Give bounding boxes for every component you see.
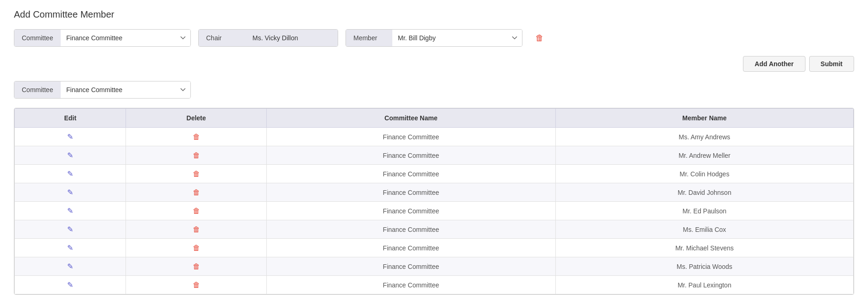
trash-icon[interactable]: 🗑 — [193, 170, 200, 178]
edit-icon[interactable]: ✎ — [67, 151, 73, 159]
table-row: ✎🗑Finance CommitteeMr. Andrew Meller — [15, 146, 854, 165]
filter-committee-select[interactable]: Finance Committee — [61, 81, 190, 98]
member-name-cell: Ms. Patricia Woods — [555, 257, 853, 276]
filter-row: Committee Finance Committee — [14, 81, 854, 99]
edit-cell: ✎ — [15, 220, 126, 239]
table-body: ✎🗑Finance CommitteeMs. Amy Andrews✎🗑Fina… — [15, 128, 854, 294]
trash-icon[interactable]: 🗑 — [193, 225, 200, 233]
table-row: ✎🗑Finance CommitteeMr. David Johnson — [15, 183, 854, 202]
chair-label: Chair — [199, 30, 245, 46]
edit-icon[interactable]: ✎ — [67, 188, 73, 196]
delete-cell: 🗑 — [126, 220, 266, 239]
table-row: ✎🗑Finance CommitteeMr. Michael Stevens — [15, 239, 854, 257]
delete-row-button[interactable]: 🗑 — [532, 29, 547, 47]
committee-select-wrap: Finance Committee — [61, 30, 190, 46]
col-member-name: Member Name — [555, 109, 853, 128]
members-table-container: Edit Delete Committee Name Member Name ✎… — [14, 108, 854, 295]
delete-cell: 🗑 — [126, 128, 266, 146]
edit-icon[interactable]: ✎ — [67, 133, 73, 141]
committee-name-cell: Finance Committee — [266, 220, 555, 239]
delete-cell: 🗑 — [126, 202, 266, 220]
committee-name-cell: Finance Committee — [266, 146, 555, 165]
add-another-button[interactable]: Add Another — [743, 56, 805, 72]
committee-name-cell: Finance Committee — [266, 165, 555, 183]
member-name-cell: Mr. Andrew Meller — [555, 146, 853, 165]
committee-name-cell: Finance Committee — [266, 239, 555, 257]
edit-cell: ✎ — [15, 239, 126, 257]
delete-cell: 🗑 — [126, 146, 266, 165]
edit-icon[interactable]: ✎ — [67, 225, 73, 233]
edit-cell: ✎ — [15, 257, 126, 276]
table-row: ✎🗑Finance CommitteeMr. Colin Hodges — [15, 165, 854, 183]
member-name-cell: Ms. Emilia Cox — [555, 220, 853, 239]
filter-committee-select-wrap: Finance Committee — [61, 81, 190, 98]
table-header: Edit Delete Committee Name Member Name — [15, 109, 854, 128]
member-select[interactable]: Mr. Bill Digby — [392, 30, 522, 46]
filter-committee-group: Committee Finance Committee — [14, 81, 191, 99]
committee-field-group: Committee Finance Committee — [14, 29, 191, 47]
filter-committee-label: Committee — [14, 81, 61, 98]
edit-cell: ✎ — [15, 183, 126, 202]
page-title: Add Committee Member — [14, 9, 854, 20]
member-name-cell: Mr. Paul Lexington — [555, 276, 853, 294]
delete-cell: 🗑 — [126, 165, 266, 183]
chair-value: Ms. Vicky Dillon — [245, 30, 338, 46]
trash-icon[interactable]: 🗑 — [193, 262, 200, 270]
trash-icon[interactable]: 🗑 — [193, 244, 200, 252]
delete-cell: 🗑 — [126, 183, 266, 202]
delete-cell: 🗑 — [126, 239, 266, 257]
member-select-wrap: Mr. Bill Digby — [392, 30, 522, 46]
committee-select[interactable]: Finance Committee — [61, 30, 190, 46]
edit-icon[interactable]: ✎ — [67, 170, 73, 178]
member-name-cell: Mr. Ed Paulson — [555, 202, 853, 220]
member-name-cell: Mr. Michael Stevens — [555, 239, 853, 257]
member-field-group: Member Mr. Bill Digby — [346, 29, 522, 47]
submit-button[interactable]: Submit — [809, 56, 854, 72]
col-edit: Edit — [15, 109, 126, 128]
col-delete: Delete — [126, 109, 266, 128]
committee-name-cell: Finance Committee — [266, 257, 555, 276]
action-buttons-row: Add Another Submit — [14, 56, 854, 72]
table-row: ✎🗑Finance CommitteeMr. Ed Paulson — [15, 202, 854, 220]
edit-cell: ✎ — [15, 128, 126, 146]
table-header-row: Edit Delete Committee Name Member Name — [15, 109, 854, 128]
edit-icon[interactable]: ✎ — [67, 281, 73, 289]
edit-icon[interactable]: ✎ — [67, 244, 73, 252]
member-name-cell: Mr. David Johnson — [555, 183, 853, 202]
trash-icon[interactable]: 🗑 — [193, 151, 200, 159]
committee-label: Committee — [14, 30, 61, 46]
edit-icon[interactable]: ✎ — [67, 207, 73, 215]
delete-cell: 🗑 — [126, 276, 266, 294]
edit-icon[interactable]: ✎ — [67, 262, 73, 270]
edit-cell: ✎ — [15, 165, 126, 183]
delete-cell: 🗑 — [126, 257, 266, 276]
table-row: ✎🗑Finance CommitteeMs. Emilia Cox — [15, 220, 854, 239]
members-table: Edit Delete Committee Name Member Name ✎… — [14, 108, 854, 294]
chair-field-group: Chair Ms. Vicky Dillon — [198, 29, 338, 47]
edit-cell: ✎ — [15, 146, 126, 165]
committee-name-cell: Finance Committee — [266, 183, 555, 202]
add-member-form-row: Committee Finance Committee Chair Ms. Vi… — [14, 29, 854, 47]
col-committee-name: Committee Name — [266, 109, 555, 128]
trash-icon[interactable]: 🗑 — [193, 207, 200, 215]
trash-icon[interactable]: 🗑 — [193, 188, 200, 196]
table-row: ✎🗑Finance CommitteeMs. Patricia Woods — [15, 257, 854, 276]
table-row: ✎🗑Finance CommitteeMr. Paul Lexington — [15, 276, 854, 294]
committee-name-cell: Finance Committee — [266, 128, 555, 146]
committee-name-cell: Finance Committee — [266, 202, 555, 220]
committee-name-cell: Finance Committee — [266, 276, 555, 294]
edit-cell: ✎ — [15, 202, 126, 220]
edit-cell: ✎ — [15, 276, 126, 294]
member-label: Member — [346, 30, 392, 46]
member-name-cell: Ms. Amy Andrews — [555, 128, 853, 146]
trash-icon[interactable]: 🗑 — [193, 133, 200, 141]
member-name-cell: Mr. Colin Hodges — [555, 165, 853, 183]
table-row: ✎🗑Finance CommitteeMs. Amy Andrews — [15, 128, 854, 146]
trash-icon[interactable]: 🗑 — [193, 281, 200, 289]
